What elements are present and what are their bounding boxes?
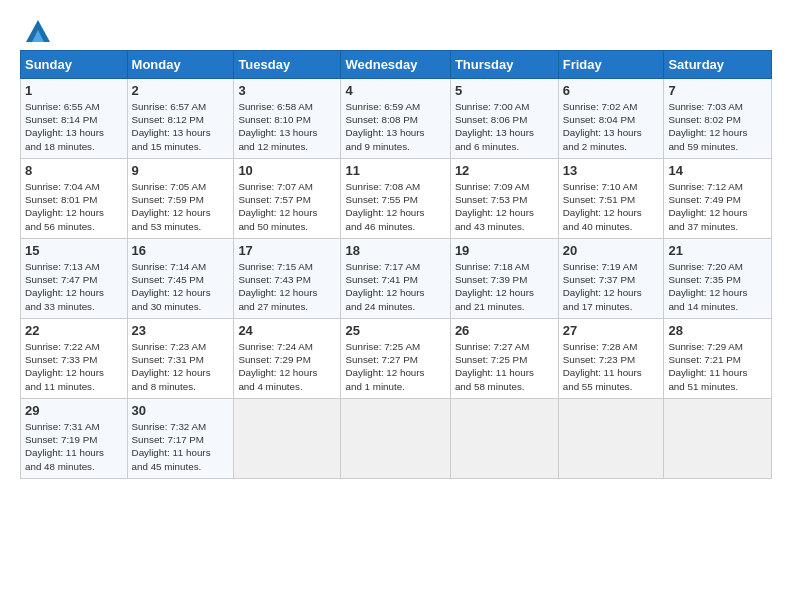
day-number: 6: [563, 83, 660, 98]
day-info: Sunrise: 7:13 AM Sunset: 7:47 PM Dayligh…: [25, 260, 123, 313]
calendar-cell: 3Sunrise: 6:58 AM Sunset: 8:10 PM Daylig…: [234, 79, 341, 159]
calendar-cell: 19Sunrise: 7:18 AM Sunset: 7:39 PM Dayli…: [450, 239, 558, 319]
calendar-cell: 12Sunrise: 7:09 AM Sunset: 7:53 PM Dayli…: [450, 159, 558, 239]
calendar-row-5: 29Sunrise: 7:31 AM Sunset: 7:19 PM Dayli…: [21, 399, 772, 479]
day-info: Sunrise: 7:04 AM Sunset: 8:01 PM Dayligh…: [25, 180, 123, 233]
day-info: Sunrise: 7:24 AM Sunset: 7:29 PM Dayligh…: [238, 340, 336, 393]
day-info: Sunrise: 7:27 AM Sunset: 7:25 PM Dayligh…: [455, 340, 554, 393]
logo: [20, 16, 52, 40]
calendar-cell: 28Sunrise: 7:29 AM Sunset: 7:21 PM Dayli…: [664, 319, 772, 399]
weekday-header-sunday: Sunday: [21, 51, 128, 79]
day-number: 12: [455, 163, 554, 178]
day-number: 11: [345, 163, 445, 178]
day-number: 24: [238, 323, 336, 338]
calendar-cell: [450, 399, 558, 479]
calendar-cell: 13Sunrise: 7:10 AM Sunset: 7:51 PM Dayli…: [558, 159, 664, 239]
calendar-cell: 7Sunrise: 7:03 AM Sunset: 8:02 PM Daylig…: [664, 79, 772, 159]
day-number: 8: [25, 163, 123, 178]
day-info: Sunrise: 7:29 AM Sunset: 7:21 PM Dayligh…: [668, 340, 767, 393]
header: [20, 16, 772, 40]
calendar-cell: 8Sunrise: 7:04 AM Sunset: 8:01 PM Daylig…: [21, 159, 128, 239]
day-info: Sunrise: 7:20 AM Sunset: 7:35 PM Dayligh…: [668, 260, 767, 313]
weekday-header-thursday: Thursday: [450, 51, 558, 79]
day-number: 17: [238, 243, 336, 258]
day-number: 18: [345, 243, 445, 258]
calendar-cell: 16Sunrise: 7:14 AM Sunset: 7:45 PM Dayli…: [127, 239, 234, 319]
calendar-cell: 6Sunrise: 7:02 AM Sunset: 8:04 PM Daylig…: [558, 79, 664, 159]
weekday-header-friday: Friday: [558, 51, 664, 79]
calendar-cell: 14Sunrise: 7:12 AM Sunset: 7:49 PM Dayli…: [664, 159, 772, 239]
calendar-cell: 4Sunrise: 6:59 AM Sunset: 8:08 PM Daylig…: [341, 79, 450, 159]
calendar-cell: 1Sunrise: 6:55 AM Sunset: 8:14 PM Daylig…: [21, 79, 128, 159]
day-info: Sunrise: 7:02 AM Sunset: 8:04 PM Dayligh…: [563, 100, 660, 153]
day-number: 19: [455, 243, 554, 258]
day-number: 1: [25, 83, 123, 98]
day-number: 21: [668, 243, 767, 258]
day-info: Sunrise: 7:07 AM Sunset: 7:57 PM Dayligh…: [238, 180, 336, 233]
calendar-cell: 20Sunrise: 7:19 AM Sunset: 7:37 PM Dayli…: [558, 239, 664, 319]
calendar-cell: 17Sunrise: 7:15 AM Sunset: 7:43 PM Dayli…: [234, 239, 341, 319]
day-info: Sunrise: 7:22 AM Sunset: 7:33 PM Dayligh…: [25, 340, 123, 393]
calendar-cell: 15Sunrise: 7:13 AM Sunset: 7:47 PM Dayli…: [21, 239, 128, 319]
day-number: 22: [25, 323, 123, 338]
page: SundayMondayTuesdayWednesdayThursdayFrid…: [0, 0, 792, 489]
logo-icon: [24, 16, 52, 44]
calendar-cell: 10Sunrise: 7:07 AM Sunset: 7:57 PM Dayli…: [234, 159, 341, 239]
day-number: 9: [132, 163, 230, 178]
day-number: 4: [345, 83, 445, 98]
day-info: Sunrise: 7:14 AM Sunset: 7:45 PM Dayligh…: [132, 260, 230, 313]
calendar-cell: 18Sunrise: 7:17 AM Sunset: 7:41 PM Dayli…: [341, 239, 450, 319]
day-info: Sunrise: 6:57 AM Sunset: 8:12 PM Dayligh…: [132, 100, 230, 153]
day-number: 14: [668, 163, 767, 178]
calendar-cell: 9Sunrise: 7:05 AM Sunset: 7:59 PM Daylig…: [127, 159, 234, 239]
day-number: 26: [455, 323, 554, 338]
day-info: Sunrise: 7:32 AM Sunset: 7:17 PM Dayligh…: [132, 420, 230, 473]
calendar-cell: 27Sunrise: 7:28 AM Sunset: 7:23 PM Dayli…: [558, 319, 664, 399]
day-number: 13: [563, 163, 660, 178]
day-info: Sunrise: 6:58 AM Sunset: 8:10 PM Dayligh…: [238, 100, 336, 153]
day-info: Sunrise: 7:09 AM Sunset: 7:53 PM Dayligh…: [455, 180, 554, 233]
day-info: Sunrise: 7:31 AM Sunset: 7:19 PM Dayligh…: [25, 420, 123, 473]
weekday-header-monday: Monday: [127, 51, 234, 79]
day-number: 3: [238, 83, 336, 98]
day-number: 20: [563, 243, 660, 258]
calendar-cell: 23Sunrise: 7:23 AM Sunset: 7:31 PM Dayli…: [127, 319, 234, 399]
day-number: 30: [132, 403, 230, 418]
day-number: 7: [668, 83, 767, 98]
calendar-cell: 21Sunrise: 7:20 AM Sunset: 7:35 PM Dayli…: [664, 239, 772, 319]
day-number: 29: [25, 403, 123, 418]
day-number: 25: [345, 323, 445, 338]
day-number: 10: [238, 163, 336, 178]
day-info: Sunrise: 7:10 AM Sunset: 7:51 PM Dayligh…: [563, 180, 660, 233]
day-info: Sunrise: 7:18 AM Sunset: 7:39 PM Dayligh…: [455, 260, 554, 313]
calendar-cell: [558, 399, 664, 479]
day-info: Sunrise: 7:08 AM Sunset: 7:55 PM Dayligh…: [345, 180, 445, 233]
weekday-header-row: SundayMondayTuesdayWednesdayThursdayFrid…: [21, 51, 772, 79]
calendar-table: SundayMondayTuesdayWednesdayThursdayFrid…: [20, 50, 772, 479]
calendar-cell: 24Sunrise: 7:24 AM Sunset: 7:29 PM Dayli…: [234, 319, 341, 399]
day-number: 27: [563, 323, 660, 338]
calendar-row-3: 15Sunrise: 7:13 AM Sunset: 7:47 PM Dayli…: [21, 239, 772, 319]
day-info: Sunrise: 7:25 AM Sunset: 7:27 PM Dayligh…: [345, 340, 445, 393]
calendar-row-2: 8Sunrise: 7:04 AM Sunset: 8:01 PM Daylig…: [21, 159, 772, 239]
calendar-cell: 5Sunrise: 7:00 AM Sunset: 8:06 PM Daylig…: [450, 79, 558, 159]
calendar-cell: [234, 399, 341, 479]
day-info: Sunrise: 6:59 AM Sunset: 8:08 PM Dayligh…: [345, 100, 445, 153]
day-info: Sunrise: 7:15 AM Sunset: 7:43 PM Dayligh…: [238, 260, 336, 313]
day-number: 5: [455, 83, 554, 98]
calendar-cell: [341, 399, 450, 479]
calendar-cell: 11Sunrise: 7:08 AM Sunset: 7:55 PM Dayli…: [341, 159, 450, 239]
day-info: Sunrise: 7:23 AM Sunset: 7:31 PM Dayligh…: [132, 340, 230, 393]
day-number: 23: [132, 323, 230, 338]
day-info: Sunrise: 7:28 AM Sunset: 7:23 PM Dayligh…: [563, 340, 660, 393]
calendar-cell: 22Sunrise: 7:22 AM Sunset: 7:33 PM Dayli…: [21, 319, 128, 399]
day-number: 15: [25, 243, 123, 258]
calendar-cell: 25Sunrise: 7:25 AM Sunset: 7:27 PM Dayli…: [341, 319, 450, 399]
calendar-cell: 26Sunrise: 7:27 AM Sunset: 7:25 PM Dayli…: [450, 319, 558, 399]
calendar-cell: 30Sunrise: 7:32 AM Sunset: 7:17 PM Dayli…: [127, 399, 234, 479]
day-info: Sunrise: 7:00 AM Sunset: 8:06 PM Dayligh…: [455, 100, 554, 153]
weekday-header-wednesday: Wednesday: [341, 51, 450, 79]
day-number: 16: [132, 243, 230, 258]
weekday-header-saturday: Saturday: [664, 51, 772, 79]
day-info: Sunrise: 7:19 AM Sunset: 7:37 PM Dayligh…: [563, 260, 660, 313]
